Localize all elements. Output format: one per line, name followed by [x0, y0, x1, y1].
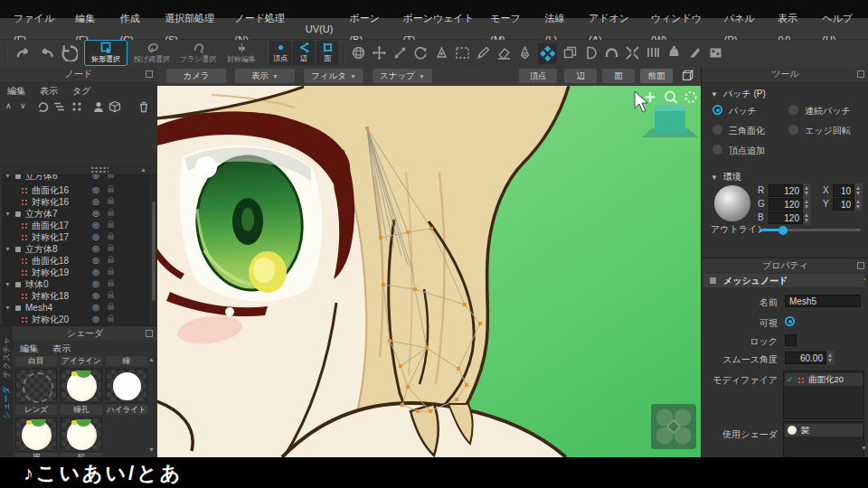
caret-down-icon[interactable]: ▼ — [5, 208, 11, 220]
lathe-tool-icon[interactable] — [583, 45, 599, 61]
env-g-value[interactable]: 120 — [769, 198, 803, 211]
radio-edge-rotate[interactable] — [788, 125, 798, 135]
rect-select-button[interactable]: 矩形選択 — [85, 41, 127, 65]
env-x-spinner[interactable] — [854, 183, 863, 198]
tree-item[interactable]: 対称化20 ◎ — [2, 314, 150, 325]
panel-detach-icon[interactable] — [857, 262, 864, 269]
duplicate-tool-icon[interactable] — [562, 45, 578, 61]
camera-button[interactable]: カメラ — [166, 69, 226, 83]
lasso-select-button[interactable]: 投げ縄選択 — [128, 41, 175, 65]
radio-add-vertex[interactable] — [712, 145, 722, 155]
wire-cube-icon[interactable] — [678, 69, 694, 85]
node-menu-tag[interactable]: タグ — [72, 85, 90, 98]
scroll-down-icon[interactable]: ▼ — [861, 445, 867, 451]
sort-arrow-icon[interactable]: ▲ — [140, 166, 146, 173]
modifier-list[interactable]: ✓ 曲面化20 — [783, 371, 864, 419]
vertex-filter-button[interactable]: 頂点 — [519, 69, 557, 83]
shader-label-lens[interactable]: レンズ — [15, 405, 57, 415]
outline-slider-thumb[interactable] — [778, 226, 788, 235]
lock-icon[interactable] — [108, 174, 114, 178]
radio-triangulate[interactable] — [712, 125, 722, 135]
tree-item[interactable]: 曲面化18 ◎ — [2, 255, 150, 267]
environment-sphere-preview[interactable] — [714, 185, 750, 221]
refresh-button[interactable] — [60, 43, 78, 61]
lock-icon[interactable] — [108, 305, 114, 310]
shader-label-highlight[interactable]: ハイライト — [106, 405, 147, 415]
env-r-value[interactable]: 120 — [769, 184, 803, 197]
globe-tool-icon[interactable] — [351, 45, 366, 61]
pencil-tool-icon[interactable] — [476, 45, 491, 61]
snap-dropdown[interactable]: スナップ▼ — [373, 69, 432, 83]
outline-slider-track[interactable] — [760, 229, 861, 231]
shader-thumb-hair[interactable] — [61, 418, 102, 452]
node-menu-view[interactable]: 表示 — [40, 85, 58, 98]
tree-item[interactable]: ▼ 立方体7 ◎ — [2, 208, 150, 220]
hierarchy-list-icon[interactable] — [52, 100, 65, 113]
scroll-down-icon[interactable]: ▼ — [148, 446, 155, 453]
undo-button[interactable] — [13, 43, 31, 61]
lock-icon[interactable] — [108, 223, 114, 228]
mesh-node-header[interactable]: メッシュノード — [703, 274, 864, 287]
rotate-tool-icon[interactable] — [413, 45, 429, 61]
modifier-list-item[interactable]: ✓ 曲面化20 — [785, 373, 863, 386]
shader-menu-view[interactable]: 表示 — [52, 343, 71, 355]
panel-detach-icon[interactable] — [146, 70, 153, 78]
lock-icon[interactable] — [108, 200, 114, 204]
shader-label-pupil[interactable]: 瞳孔 — [61, 405, 102, 415]
tree-item[interactable]: 曲面化17 ◎ — [2, 220, 150, 231]
check-icon[interactable]: ✓ — [787, 373, 794, 386]
brush-select-button[interactable]: ブラシ選択 — [177, 41, 219, 65]
eye-icon[interactable]: ◎ — [92, 290, 99, 302]
env-b-value[interactable]: 120 — [769, 211, 803, 224]
tab-texture[interactable]: テクスチャ — [1, 336, 13, 378]
vertex-mode-button[interactable]: 頂点 — [269, 41, 291, 65]
weight-lines-tool-icon[interactable] — [646, 45, 661, 61]
tree-item[interactable]: 対称化19 ◎ — [2, 267, 150, 278]
pen-tool-icon[interactable] — [517, 45, 533, 61]
filter-dropdown[interactable]: フィルタ▼ — [304, 69, 363, 83]
used-shader-list[interactable]: 髪 — [783, 421, 864, 459]
viewport-canvas[interactable] — [157, 86, 701, 457]
lock-icon[interactable] — [108, 188, 114, 192]
env-b-spinner[interactable] — [803, 211, 811, 225]
film-tool-icon[interactable] — [708, 45, 723, 61]
shader-label-hitomi[interactable]: 瞳 — [106, 356, 147, 366]
panel-detach-icon[interactable] — [857, 70, 864, 78]
marquee-tool-icon[interactable] — [455, 45, 470, 61]
env-x-value[interactable]: 10 — [833, 184, 854, 197]
shader-thumb-highlight[interactable] — [106, 369, 147, 403]
node-menu-edit[interactable]: 編集 — [7, 85, 25, 98]
move-tool-icon[interactable] — [372, 45, 387, 61]
tree-item[interactable]: 対称化16 ◎ — [2, 196, 150, 208]
used-shader-item[interactable]: 髪 — [785, 424, 863, 436]
lock-icon[interactable] — [108, 235, 114, 239]
caret-down-icon[interactable]: ▼ — [5, 243, 11, 255]
edge-mode-button[interactable]: 辺 — [293, 41, 315, 65]
env-r-spinner[interactable] — [803, 183, 811, 198]
tree-item[interactable]: ▼ 球体0 ◎ — [2, 278, 150, 290]
lock-icon[interactable] — [108, 247, 114, 251]
eye-icon[interactable]: ◎ — [92, 278, 99, 290]
shader-menu-edit[interactable]: 編集 — [20, 343, 38, 355]
eye-icon[interactable]: ◎ — [92, 196, 99, 208]
trash-icon[interactable] — [137, 100, 150, 113]
face-filter-button[interactable]: 面 — [602, 69, 635, 83]
knife-tool-icon[interactable] — [687, 45, 703, 61]
eye-icon[interactable]: ◎ — [92, 302, 99, 314]
shader-label-eyeline[interactable]: アイライン — [61, 356, 102, 366]
caret-down-icon[interactable]: ▼ — [5, 174, 11, 182]
bridge-tool-icon[interactable] — [604, 45, 619, 61]
display-dropdown[interactable]: 表示▼ — [235, 69, 295, 83]
move-down-icon[interactable]: ∨ — [20, 101, 33, 114]
front-view-button[interactable]: 前面 — [640, 69, 673, 83]
eye-icon[interactable]: ◎ — [92, 255, 99, 267]
visible-toggle[interactable] — [785, 316, 795, 326]
tree-item[interactable]: ▼ Mesh4 ◎ — [2, 302, 150, 314]
collapse-tool-icon[interactable] — [625, 45, 640, 61]
eye-icon[interactable]: ◎ — [92, 243, 99, 255]
environment-section-header[interactable]: ▼環境 — [711, 171, 741, 183]
smooth-angle-value[interactable]: 60.00 — [785, 352, 826, 364]
loop-icon[interactable] — [36, 100, 49, 113]
eraser-tool-icon[interactable] — [496, 45, 512, 61]
weight-tool-icon[interactable] — [666, 45, 682, 61]
